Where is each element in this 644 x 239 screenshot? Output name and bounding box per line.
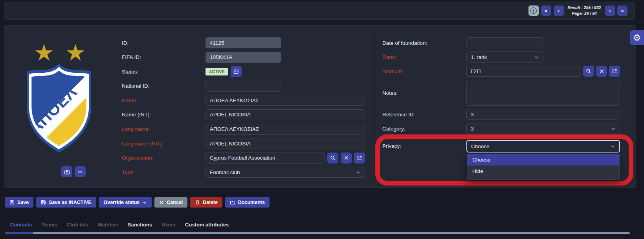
calendar-icon	[233, 69, 239, 74]
date-of-foundation-label: Date of foundation:	[382, 40, 466, 46]
delete-button[interactable]: Delete	[190, 197, 222, 208]
id-field[interactable]	[205, 37, 281, 48]
save-as-inactive-button[interactable]: Save as INACTIVE	[36, 197, 96, 208]
organisation-search-button[interactable]	[327, 153, 338, 164]
national-id-field[interactable]	[205, 81, 281, 92]
detail-tabs: Contacts Teams Club kits Matches Sanctio…	[10, 222, 229, 228]
x-icon	[599, 69, 604, 74]
chevron-right-icon: ›	[609, 7, 611, 14]
last-page-button[interactable]: »	[617, 6, 627, 16]
form-row-rank: Rank: 1. rank	[382, 51, 620, 63]
type-select[interactable]: Football club	[205, 167, 365, 178]
form-row-national-id: National ID:	[122, 81, 365, 92]
stadium-clear-button[interactable]	[596, 66, 607, 77]
info-button[interactable]: i	[528, 6, 539, 16]
status-history-button[interactable]	[231, 66, 242, 77]
stadium-label: Stadium:	[382, 68, 466, 74]
chevron-down-icon	[610, 144, 615, 149]
category-select[interactable]: 3	[466, 123, 620, 134]
form-row-long-name-int: Long name (INT):	[122, 138, 365, 149]
status-label: Status:	[122, 69, 205, 75]
club-crest-image: ★ ★ ΑΠΟΕΛ	[15, 39, 103, 160]
tab-users[interactable]: Users	[161, 222, 176, 228]
stadium-field[interactable]	[466, 66, 581, 77]
top-toolbar: i « ‹ Result : 255 / 932 Page: 26 / 94 ›…	[4, 2, 635, 20]
tab-matches[interactable]: Matches	[98, 222, 118, 228]
privacy-option-hide[interactable]: Hide	[467, 165, 619, 177]
info-icon: i	[530, 7, 537, 14]
stadium-search-button[interactable]	[583, 66, 594, 77]
save-button[interactable]: Save	[5, 197, 33, 208]
tab-teams[interactable]: Teams	[42, 222, 57, 228]
search-icon	[330, 155, 336, 161]
tab-underline-track	[5, 232, 630, 234]
external-link-icon	[357, 155, 362, 161]
form-row-category: Category: 3	[382, 123, 620, 134]
notes-field[interactable]	[466, 80, 620, 106]
form-row-reference-id: Reference ID	[382, 109, 620, 120]
external-link-icon	[612, 68, 617, 74]
form-row-notes: Notes:	[382, 80, 620, 106]
organisation-field[interactable]	[205, 153, 325, 164]
tab-contacts[interactable]: Contacts	[10, 222, 32, 228]
double-chevron-right-icon: »	[621, 7, 624, 14]
privacy-select-value: Choose	[471, 143, 490, 149]
camera-icon	[64, 169, 70, 175]
star-icon: ★	[34, 40, 54, 65]
name-field[interactable]	[205, 95, 365, 106]
rank-select[interactable]: 1. rank	[466, 51, 543, 63]
club-detail-screen: i « ‹ Result : 255 / 932 Page: 26 / 94 ›…	[0, 0, 644, 239]
privacy-option-choose[interactable]: Choose	[467, 154, 619, 165]
type-select-value: Football club	[210, 169, 240, 175]
fifa-id-field[interactable]	[205, 52, 281, 63]
privacy-select[interactable]: Choose	[466, 140, 620, 153]
long-name-int-label: Long name (INT):	[122, 141, 205, 147]
crop-image-button[interactable]: ✂	[75, 166, 86, 177]
chevron-down-icon	[611, 126, 616, 131]
reference-id-field[interactable]	[466, 109, 620, 120]
club-logo: ★ ★ ΑΠΟΕΛ ✂	[15, 39, 103, 162]
form-row-status: Status: ACTIVE	[122, 66, 365, 77]
chevron-down-icon	[356, 170, 361, 175]
settings-button[interactable]: ⚙	[630, 30, 644, 45]
organisation-open-button[interactable]	[354, 153, 365, 164]
double-chevron-left-icon: «	[545, 7, 548, 14]
page-count: Page: 26 / 94	[566, 11, 602, 17]
date-of-foundation-field[interactable]	[466, 37, 543, 48]
override-status-button[interactable]: Override status	[99, 197, 152, 208]
form-row-date-of-foundation: Date of foundation:	[382, 37, 620, 48]
type-label: Type:	[122, 169, 205, 175]
upload-photo-button[interactable]	[61, 166, 72, 177]
save-icon	[9, 200, 15, 205]
chevron-down-icon	[142, 200, 147, 205]
chevron-left-icon: ‹	[558, 7, 560, 14]
name-int-label: Name (INT):	[122, 112, 205, 118]
first-page-button[interactable]: «	[541, 6, 551, 16]
documents-button[interactable]: Documents	[225, 197, 270, 208]
form-row-name: Name:	[122, 95, 365, 106]
id-label: ID:	[122, 40, 205, 46]
organisation-clear-button[interactable]	[341, 153, 352, 164]
result-count: Result : 255 / 932	[566, 5, 602, 11]
tab-club-kits[interactable]: Club kits	[67, 222, 88, 228]
name-label: Name:	[122, 97, 205, 103]
form-row-id: ID:	[122, 37, 365, 48]
long-name-field[interactable]	[205, 124, 365, 135]
notes-label: Notes:	[382, 90, 466, 96]
cancel-button[interactable]: Cancel	[154, 197, 187, 208]
prev-page-button[interactable]: ‹	[554, 6, 564, 16]
tab-sanctions[interactable]: Sanctions	[128, 222, 152, 228]
active-tab-underline	[5, 232, 33, 234]
name-int-field[interactable]	[205, 109, 365, 120]
stadium-open-button[interactable]	[609, 66, 620, 77]
next-page-button[interactable]: ›	[605, 6, 615, 16]
star-icon: ★	[65, 40, 86, 65]
tab-custom-attributes[interactable]: Custom attributes	[185, 222, 229, 228]
status-badge: ACTIVE	[205, 68, 228, 75]
column-divider	[115, 31, 115, 182]
form-row-long-name: Long name:	[122, 124, 365, 135]
long-name-int-field[interactable]	[205, 138, 365, 149]
privacy-label: Privacy:	[382, 143, 401, 149]
reference-id-label: Reference ID	[382, 112, 466, 118]
x-icon	[344, 155, 349, 160]
